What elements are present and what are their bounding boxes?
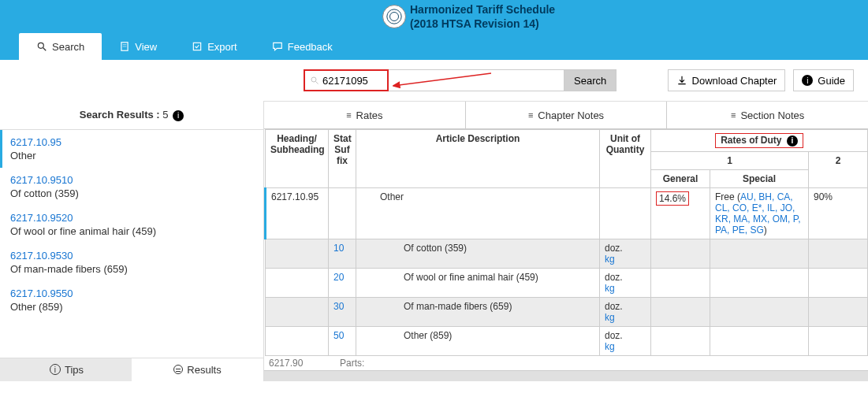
result-list: 6217.10.95 Other 6217.10.9510 Of cotton … [0, 129, 263, 319]
document-icon [119, 41, 130, 52]
result-desc: Of man-made fibers (659) [10, 263, 255, 275]
th-heading: Heading/ Subheading [266, 130, 329, 188]
download-icon [676, 75, 687, 86]
subtab-section-label: Section Notes [740, 109, 804, 121]
list-icon [173, 365, 183, 374]
result-code: 6217.10.9520 [10, 212, 255, 224]
cell-unit: doz.kg [600, 268, 651, 297]
horizontal-scrollbar[interactable] [264, 370, 868, 381]
cell-unit: doz.kg [600, 239, 651, 268]
feedback-icon [272, 41, 283, 52]
result-item[interactable]: 6217.10.95 Other [0, 130, 263, 168]
menu-icon: ≡ [731, 111, 736, 120]
bottom-tabs: i Tips Results [0, 358, 263, 381]
table-row[interactable]: 50 Other (859) doz.kg [266, 326, 868, 355]
th-two: 2 [809, 151, 868, 187]
app-subtitle: (2018 HTSA Revision 14) [410, 17, 555, 31]
tab-feedback[interactable]: Feedback [255, 33, 350, 60]
result-desc: Of cotton (359) [10, 187, 255, 199]
tab-search[interactable]: Search [19, 33, 102, 60]
cell-desc: Of wool or fine animal hair (459) [356, 268, 600, 297]
agency-seal-icon [382, 5, 406, 28]
cell-unit [600, 187, 651, 239]
th-general: General [651, 169, 710, 187]
tab-export[interactable]: Export [174, 33, 255, 60]
subtab-section-notes[interactable]: ≡ Section Notes [666, 102, 868, 128]
search-wrap: Search [304, 69, 617, 91]
search-extend[interactable] [389, 69, 564, 91]
header-bar: Harmonized Tariff Schedule (2018 HTSA Re… [0, 0, 868, 33]
svg-point-8 [311, 77, 316, 82]
cell-general: 14.6% [651, 187, 710, 239]
th-suffix: Stat Suf fix [329, 130, 356, 188]
svg-line-3 [43, 48, 47, 51]
cell-suffix: 20 [329, 268, 356, 297]
th-rates-of-duty: Rates of Duty i [651, 130, 868, 152]
cell-suffix [329, 187, 356, 239]
result-desc: Other (859) [10, 301, 255, 313]
info-icon[interactable]: i [787, 135, 798, 147]
toolbar-row: Search Download Chapter i Guide [0, 60, 868, 101]
results-count: 5 [162, 109, 168, 121]
guide-label: Guide [818, 75, 845, 87]
table-row[interactable]: 20 Of wool or fine animal hair (459) doz… [266, 268, 868, 297]
menu-icon: ≡ [528, 111, 533, 120]
download-chapter-button[interactable]: Download Chapter [668, 69, 786, 91]
subtab-rates-label: Rates [356, 109, 383, 121]
info-icon[interactable]: i [173, 110, 184, 121]
search-box [304, 69, 389, 91]
search-icon [310, 76, 319, 85]
tab-view-label: View [135, 41, 157, 53]
result-code: 6217.10.95 [10, 136, 255, 148]
results-panel: Search Results : 5 i 6217.10.95 Other 62… [0, 101, 264, 381]
table-row[interactable]: 30 Of man-made fibers (659) doz.kg [266, 297, 868, 326]
tab-view[interactable]: View [102, 33, 174, 60]
menu-icon: ≡ [346, 111, 351, 120]
tab-search-label: Search [52, 41, 84, 53]
cell-suffix: 50 [329, 326, 356, 355]
content-row: Search Results : 5 i 6217.10.95 Other 62… [0, 101, 868, 381]
tab-feedback-label: Feedback [288, 41, 333, 53]
cell-special: Free (AU, BH, CA, CL, CO, E*, IL, JO, KR… [710, 187, 809, 239]
table-row[interactable]: 6217.10.95 Other 14.6% Free (AU, BH, CA,… [266, 187, 868, 239]
svg-point-0 [387, 9, 401, 24]
result-item[interactable]: 6217.10.9530 Of man-made fibers (659) [0, 243, 263, 281]
tab-tips-label: Tips [65, 364, 84, 376]
svg-rect-7 [193, 43, 200, 50]
search-input[interactable] [322, 75, 382, 87]
result-code: 6217.10.9510 [10, 174, 255, 186]
result-code: 6217.10.9550 [10, 288, 255, 299]
tab-export-label: Export [207, 41, 237, 53]
detail-subtabs: ≡ Rates ≡ Chapter Notes ≡ Section Notes [264, 101, 868, 129]
header-titles: Harmonized Tariff Schedule (2018 HTSA Re… [410, 2, 555, 31]
main-tabbar: Search View Export Feedback [0, 33, 868, 60]
download-chapter-label: Download Chapter [692, 75, 777, 87]
result-desc: Of wool or fine animal hair (459) [10, 225, 255, 237]
cell-code: 6217.10.95 [266, 187, 329, 239]
guide-button[interactable]: i Guide [793, 69, 854, 91]
search-button[interactable]: Search [564, 69, 617, 91]
table-row[interactable]: 10 Of cotton (359) doz.kg [266, 239, 868, 268]
tab-results[interactable]: Results [132, 358, 263, 381]
results-header: Search Results : 5 i [0, 101, 263, 129]
subtab-chapter-notes[interactable]: ≡ Chapter Notes [465, 102, 667, 128]
result-item[interactable]: 6217.10.9510 Of cotton (359) [0, 168, 263, 206]
svg-point-1 [390, 13, 399, 21]
result-item[interactable]: 6217.10.9550 Other (859) [0, 281, 263, 319]
data-area[interactable]: Heading/ Subheading Stat Suf fix Article… [264, 129, 868, 370]
subtab-chapter-label: Chapter Notes [538, 109, 604, 121]
info-icon: i [802, 75, 813, 86]
app-title: Harmonized Tariff Schedule [410, 2, 555, 17]
svg-point-2 [38, 43, 43, 48]
search-icon [36, 41, 47, 52]
next-row-peek: 6217.90 Parts: [264, 356, 868, 370]
cell-col2: 90% [809, 187, 868, 239]
tab-tips[interactable]: i Tips [0, 358, 132, 381]
subtab-rates[interactable]: ≡ Rates [264, 102, 465, 128]
results-header-prefix: Search Results : [80, 109, 163, 121]
result-item[interactable]: 6217.10.9520 Of wool or fine animal hair… [0, 206, 263, 243]
svg-line-9 [316, 82, 319, 84]
cell-desc: Other (859) [356, 326, 600, 355]
result-desc: Other [10, 150, 255, 161]
cell-suffix: 10 [329, 239, 356, 268]
